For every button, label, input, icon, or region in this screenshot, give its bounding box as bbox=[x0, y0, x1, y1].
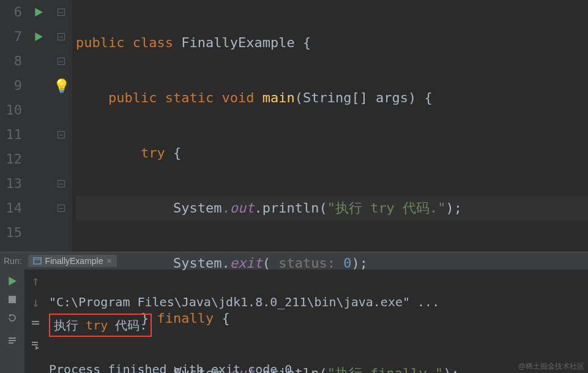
code-line: System.out.println("执行 try 代码."); bbox=[76, 196, 588, 220]
fold-toggle-icon[interactable] bbox=[50, 24, 72, 49]
code-line: public class FinallyExample { bbox=[76, 31, 588, 55]
run-line-icon[interactable] bbox=[27, 24, 50, 49]
svg-marker-13 bbox=[35, 346, 39, 350]
run-label: Run: bbox=[4, 256, 22, 266]
line-number: 13 bbox=[0, 171, 22, 196]
line-number: 12 bbox=[0, 147, 22, 171]
console-output[interactable]: "C:\Program Files\Java\jdk1.8.0_211\bin\… bbox=[47, 269, 588, 373]
scroll-to-end-icon[interactable] bbox=[31, 337, 40, 353]
line-number: 7 bbox=[0, 24, 22, 49]
svg-marker-0 bbox=[35, 8, 43, 17]
fold-toggle-icon[interactable] bbox=[50, 49, 72, 73]
line-number: 14 bbox=[0, 196, 22, 220]
run-tab-label: FinallyExample bbox=[45, 256, 103, 266]
run-line-icon[interactable] bbox=[27, 0, 50, 24]
line-number: 8 bbox=[0, 49, 22, 73]
close-icon[interactable]: × bbox=[107, 256, 112, 266]
code-line: public static void main(String[] args) { bbox=[76, 86, 588, 110]
watermark-text: @稀土掘金技术社区 bbox=[518, 361, 584, 372]
soft-wrap-icon[interactable] bbox=[31, 316, 40, 331]
scroll-down-icon[interactable]: ↓ bbox=[31, 295, 39, 310]
line-number: 15 bbox=[0, 220, 22, 245]
fold-toggle-icon[interactable] bbox=[50, 0, 72, 24]
svg-marker-1 bbox=[35, 32, 43, 41]
intention-bulb-icon[interactable]: 💡 bbox=[50, 73, 72, 98]
code-area[interactable]: public class FinallyExample { public sta… bbox=[72, 0, 588, 252]
fold-toggle-icon[interactable] bbox=[50, 122, 72, 147]
exit-code-line: Process finished with exit code 0 bbox=[49, 362, 292, 373]
fold-gutter: 💡 bbox=[50, 0, 72, 252]
run-tab[interactable]: FinallyExample × bbox=[28, 255, 117, 267]
stop-icon[interactable] bbox=[9, 296, 16, 303]
layout-settings-icon[interactable] bbox=[7, 333, 17, 349]
console-toolbar: ↑ ↓ bbox=[24, 269, 47, 373]
line-number: 6 bbox=[0, 0, 22, 24]
run-gutter bbox=[27, 0, 50, 252]
application-icon bbox=[33, 257, 42, 265]
code-editor: 6 7 8 9 10 11 12 13 14 15 💡 public class… bbox=[0, 0, 588, 252]
rerun-icon[interactable] bbox=[8, 273, 17, 288]
fold-end-icon[interactable] bbox=[50, 196, 72, 220]
line-number: 11 bbox=[0, 122, 22, 147]
debug-restart-icon[interactable] bbox=[7, 311, 17, 326]
console-command-line: "C:\Program Files\Java\jdk1.8.0_211\bin\… bbox=[49, 295, 439, 309]
svg-marker-4 bbox=[9, 277, 17, 285]
scroll-up-icon[interactable]: ↑ bbox=[31, 273, 39, 288]
run-tool-window: Run: FinallyExample × ↑ ↓ "C:\Program Fi… bbox=[0, 252, 588, 373]
line-number-gutter: 6 7 8 9 10 11 12 13 14 15 bbox=[0, 0, 27, 252]
run-toolbar bbox=[0, 269, 24, 373]
fold-end-icon[interactable] bbox=[50, 171, 72, 196]
line-number: 9 bbox=[0, 73, 22, 98]
line-number: 10 bbox=[0, 98, 22, 122]
code-line: try { bbox=[76, 141, 588, 165]
svg-rect-2 bbox=[34, 258, 41, 264]
highlighted-output: 执行 try 代码. bbox=[49, 314, 152, 337]
